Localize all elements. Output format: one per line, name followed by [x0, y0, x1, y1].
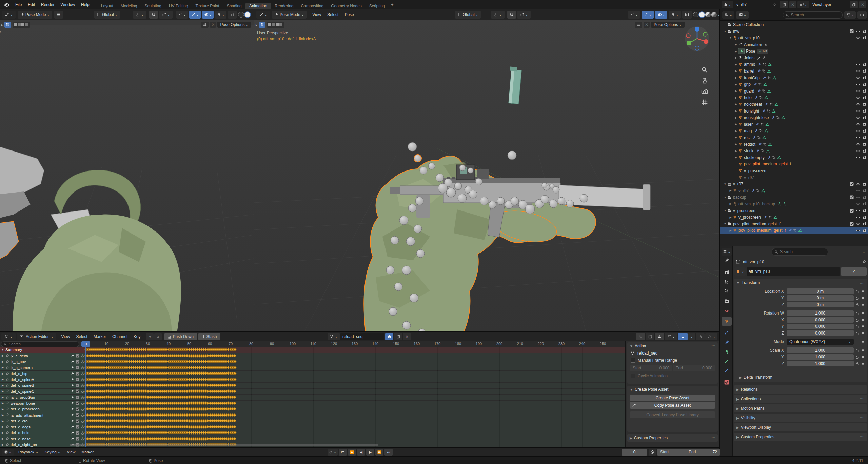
zoom-icon[interactable] [701, 66, 708, 73]
channel-pin-icon[interactable] [5, 431, 9, 435]
editor-type-button[interactable]: ⌄ [2, 11, 16, 19]
outliner-row-holo[interactable]: ▶holo [720, 95, 868, 101]
expand-caret-icon[interactable]: ▶ [734, 69, 738, 73]
channel-pin-icon[interactable] [5, 396, 9, 399]
animate-property-dot[interactable] [862, 304, 864, 306]
channel-def_c_proscreen[interactable]: ▶def_c_proscreen [0, 406, 86, 412]
box-select-icon[interactable] [646, 333, 654, 340]
eye-open-icon[interactable] [856, 182, 860, 186]
expand-caret-icon[interactable]: ▶ [734, 76, 738, 79]
channel-mute-checkbox[interactable] [76, 389, 79, 393]
delete-scene-button[interactable]: ✕ [789, 1, 796, 8]
channel-lock-icon[interactable] [81, 360, 84, 364]
gizmo-toggle[interactable]: ⌄ [642, 11, 654, 19]
camera-visibility-icon[interactable] [862, 62, 867, 67]
menu-render[interactable]: Render [38, 2, 57, 7]
outliner-row-joints[interactable]: ▶Joints [720, 55, 868, 61]
expand-caret-icon[interactable]: ▶ [734, 136, 738, 139]
channel-ja_c_propGun[interactable]: ▶ja_c_propGun [0, 395, 86, 400]
tab-texture-paint[interactable]: Texture Paint [192, 3, 223, 9]
create-pose-asset-button[interactable]: Create Pose Asset [630, 395, 715, 401]
tab-rendering[interactable]: Rendering [271, 3, 297, 9]
camera-visibility-icon[interactable] [862, 135, 867, 140]
current-frame-field[interactable]: 0 [622, 449, 647, 456]
object-visibility-button[interactable]: ⌄ [628, 11, 640, 19]
expand-caret-icon[interactable]: ▼ [723, 209, 727, 212]
expand-caret-icon[interactable]: ▶ [728, 229, 733, 232]
camera-visibility-icon[interactable] [862, 69, 867, 73]
channel-Summary[interactable]: ▼Summary [0, 347, 86, 353]
channel-lock-icon[interactable] [81, 384, 84, 387]
channel-mute-checkbox[interactable] [76, 360, 79, 364]
auto-keying-toggle[interactable]: ⌄ [328, 449, 338, 456]
tab-scripting[interactable]: Scripting [366, 3, 389, 9]
dopesheet-menu-view[interactable]: View [58, 334, 73, 339]
select-tool-icon[interactable] [636, 333, 645, 340]
channel-def_c_spineC[interactable]: ▶def_c_spineC [0, 389, 86, 395]
camera-visibility-icon[interactable] [862, 82, 867, 87]
panel-motion-paths[interactable]: ▶Motion Paths:::: [734, 404, 867, 412]
viewport-menu-view[interactable]: View [309, 12, 324, 17]
snap-toggle[interactable] [507, 11, 516, 19]
menu-edit[interactable]: Edit [25, 2, 38, 7]
channel-jx_c_delta[interactable]: ▶jx_c_delta [0, 353, 86, 359]
collection-checkbox[interactable] [850, 29, 854, 33]
keyframe-area[interactable]: ▼Summary▶jx_c_delta▶jx_c_pov▶jx_c_camera… [0, 347, 719, 448]
prev-keyframe-button[interactable]: ⏪ [348, 449, 356, 456]
push-down-button[interactable]: Push Down [164, 333, 197, 340]
animate-property-dot[interactable] [862, 349, 864, 351]
outliner-row-pov-pilot-medium-geist-f[interactable]: ▶pov_pilot_medium_geist_f [720, 227, 868, 234]
properties-tab-data[interactable] [722, 347, 732, 356]
channel-modifiers-icon[interactable] [71, 401, 74, 405]
camera-visibility-icon[interactable] [862, 228, 867, 233]
eye-open-icon[interactable] [856, 215, 860, 220]
tab-uv-editing[interactable]: UV Editing [165, 3, 192, 9]
channel-search-input[interactable]: Search [1, 341, 79, 347]
channel-lock-icon[interactable] [81, 389, 84, 393]
expand-caret-icon[interactable]: ▶ [734, 123, 738, 126]
remove-viewlayer-button[interactable]: ✕ [859, 1, 866, 8]
timeline-menu-view[interactable]: View [64, 450, 79, 454]
animate-property-dot[interactable] [862, 363, 864, 365]
eye-open-icon[interactable] [856, 76, 860, 80]
overlays-toggle[interactable]: ⌄ [655, 11, 667, 19]
panel-expand-icon[interactable]: ▼ [630, 388, 633, 391]
eye-open-icon[interactable] [856, 69, 860, 73]
viewport-left[interactable]: ⌄ Pose Mode⌄ ☰ Global⌄ ⌄ ⌄ ⌄ [0, 9, 254, 331]
camera-visibility-icon[interactable] [862, 182, 867, 186]
expand-caret-icon[interactable]: ▼ [723, 222, 727, 225]
channel-pin-icon[interactable] [5, 413, 9, 417]
channel-def_c_hip[interactable]: ▶def_c_hip [0, 371, 86, 377]
lock-icon[interactable] [854, 362, 861, 366]
bone-layers-button-1[interactable] [4, 22, 11, 28]
copy-pose-as-asset-button[interactable]: Copy Pose as Asset [630, 402, 715, 409]
timeline-menu-marker[interactable]: Marker [78, 450, 97, 454]
channels-horizontal-scrollbar[interactable] [70, 444, 85, 446]
expand-caret-icon[interactable]: ▶ [734, 56, 738, 59]
transform-input-y[interactable]: 0.000 [787, 324, 854, 329]
outliner-row-grip[interactable]: ▶grip [720, 81, 868, 88]
lock-icon[interactable] [854, 318, 861, 322]
expand-caret-icon[interactable]: ▶ [728, 189, 733, 192]
collection-checkbox[interactable] [850, 195, 854, 199]
shading-material-icon[interactable] [705, 12, 711, 17]
dopesheet-menu-channel[interactable]: Channel [109, 334, 131, 339]
bone-layers-button-1[interactable] [259, 22, 265, 28]
tab-compositing[interactable]: Compositing [297, 3, 327, 9]
tab-layout[interactable]: Layout [97, 3, 117, 9]
expand-caret-icon[interactable]: ▶ [734, 156, 738, 159]
eye-open-icon[interactable] [856, 109, 860, 113]
stash-button[interactable]: Stash [198, 333, 220, 340]
outliner-row-barrel[interactable]: ▶barrel [720, 68, 868, 75]
panel-visibility[interactable]: ▶Visibility:::: [734, 414, 867, 422]
eye-open-icon[interactable] [856, 122, 860, 126]
eye-open-icon[interactable] [856, 29, 860, 34]
snap-toggle[interactable] [149, 11, 158, 19]
channel-pin-icon[interactable] [5, 372, 9, 376]
camera-visibility-icon[interactable] [862, 102, 867, 106]
timeline-editor-type[interactable]: ⌄ [2, 449, 14, 456]
transform-input-mode[interactable]: Quaternion (WXYZ)⌄ [787, 339, 854, 345]
channel-mute-checkbox[interactable] [76, 425, 79, 429]
lock-icon[interactable] [854, 303, 861, 307]
camera-visibility-icon[interactable] [862, 122, 867, 126]
